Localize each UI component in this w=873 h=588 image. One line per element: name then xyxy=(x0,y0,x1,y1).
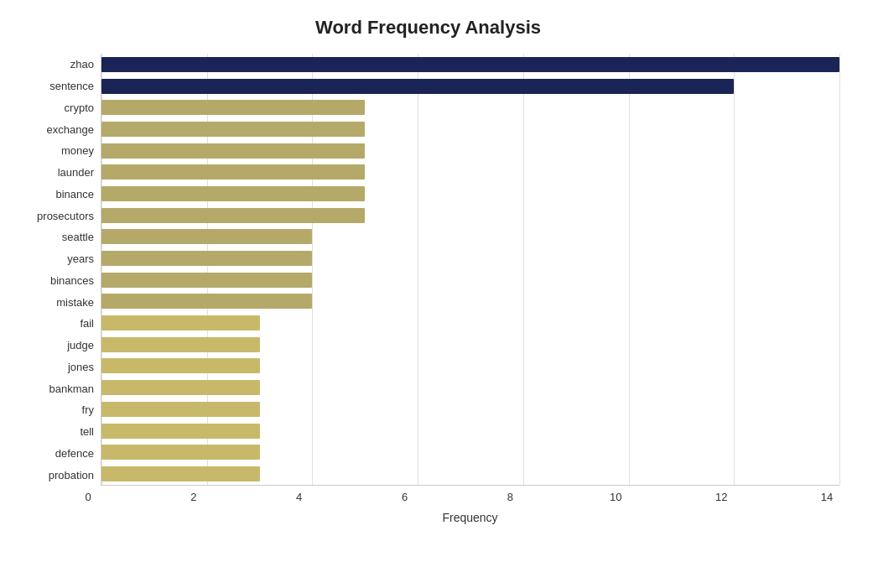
bar xyxy=(101,143,365,159)
bars-section xyxy=(101,54,839,486)
grid-lines xyxy=(101,54,839,485)
y-label: zhao xyxy=(70,59,94,70)
bar-row xyxy=(101,378,839,397)
y-label: tell xyxy=(80,426,94,437)
grid-line xyxy=(312,54,313,485)
bar-row xyxy=(101,356,839,375)
grid-line xyxy=(839,54,840,485)
bar xyxy=(101,466,260,481)
bar-row xyxy=(101,336,839,354)
y-label: probation xyxy=(49,470,94,481)
y-label: mistake xyxy=(56,297,94,308)
y-label: money xyxy=(61,145,94,156)
y-label: fail xyxy=(80,318,94,329)
bar xyxy=(101,358,260,373)
x-axis-label: Frequency xyxy=(101,511,839,524)
bar xyxy=(101,164,365,180)
grid-line xyxy=(418,54,418,485)
grid-line xyxy=(734,54,735,485)
bar xyxy=(101,402,260,417)
y-label: seattle xyxy=(62,232,94,242)
y-label: prosecutors xyxy=(37,211,94,221)
bar-row xyxy=(101,98,839,117)
bar xyxy=(101,273,312,288)
bar xyxy=(101,294,312,309)
bar xyxy=(101,337,260,352)
bar-row xyxy=(101,314,839,332)
bar xyxy=(101,208,365,223)
bar-row xyxy=(101,271,839,289)
grid-line xyxy=(523,54,524,485)
grid-line xyxy=(101,54,102,485)
bar xyxy=(101,315,260,330)
bar xyxy=(101,380,260,395)
bar xyxy=(101,251,312,266)
bar-row xyxy=(101,206,839,225)
y-label: binances xyxy=(50,275,94,286)
y-label: crypto xyxy=(65,102,94,113)
y-label: jones xyxy=(68,362,94,372)
chart-area: zhaosentencecryptoexchangemoneylaunderbi… xyxy=(17,54,839,524)
y-label: defence xyxy=(55,448,94,459)
bar-row xyxy=(101,142,839,160)
bar-row xyxy=(101,400,839,419)
bar-row xyxy=(101,120,839,138)
bars-and-labels: zhaosentencecryptoexchangemoneylaunderbi… xyxy=(17,54,839,486)
bar-row xyxy=(101,443,839,461)
bar-row xyxy=(101,77,839,96)
x-tick: 8 xyxy=(497,491,522,503)
x-tick: 12 xyxy=(709,491,734,503)
bar-row xyxy=(101,292,839,310)
bar-row xyxy=(101,227,839,246)
y-label: bankman xyxy=(49,383,94,394)
bar xyxy=(101,79,734,94)
y-label: judge xyxy=(67,340,94,351)
y-label: sentence xyxy=(49,81,94,91)
chart-title: Word Frequency Analysis xyxy=(17,17,839,39)
bar-row xyxy=(101,185,839,203)
bar xyxy=(101,445,260,460)
bar xyxy=(101,100,365,115)
grid-line xyxy=(629,54,630,485)
x-axis: 02468101214 xyxy=(101,486,839,507)
bar xyxy=(101,122,365,137)
x-tick: 10 xyxy=(603,491,628,503)
bar-row xyxy=(101,465,839,483)
x-tick: 4 xyxy=(287,491,312,503)
bar xyxy=(101,424,260,439)
grid-line xyxy=(207,54,208,485)
x-tick: 6 xyxy=(392,491,418,503)
bar-row xyxy=(101,55,839,74)
bar xyxy=(101,57,839,72)
bar-row xyxy=(101,422,839,440)
bar xyxy=(101,186,365,201)
x-tick: 2 xyxy=(181,491,206,503)
y-label: fry xyxy=(82,404,94,415)
x-tick: 0 xyxy=(75,491,101,503)
bar-row xyxy=(101,163,839,181)
chart-container: Word Frequency Analysis zhaosentencecryp… xyxy=(0,0,873,588)
y-labels: zhaosentencecryptoexchangemoneylaunderbi… xyxy=(17,54,101,486)
x-tick: 14 xyxy=(814,491,839,503)
bar-row xyxy=(101,249,839,268)
y-label: launder xyxy=(58,167,94,178)
y-label: binance xyxy=(55,189,94,200)
y-label: years xyxy=(67,253,94,264)
y-label: exchange xyxy=(47,124,94,135)
x-tick-container: 02468101214 xyxy=(101,491,839,507)
bar xyxy=(101,229,312,244)
